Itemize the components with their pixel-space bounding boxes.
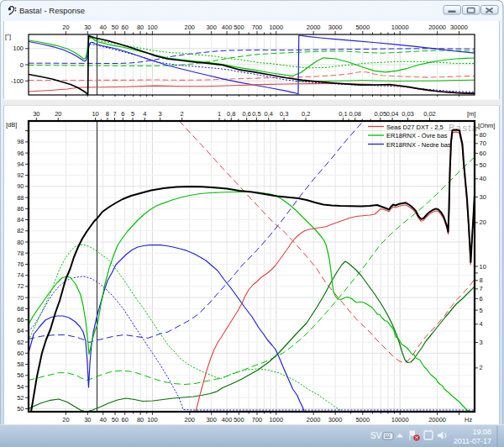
- svg-text:2000: 2000: [307, 24, 321, 31]
- svg-text:300: 300: [206, 416, 217, 423]
- svg-text:30: 30: [480, 193, 486, 201]
- svg-text:92: 92: [17, 171, 24, 179]
- svg-text:10000: 10000: [391, 24, 409, 31]
- svg-text:80: 80: [17, 239, 24, 246]
- svg-text:-100: -100: [11, 77, 24, 85]
- svg-text:[m]: [m]: [467, 110, 475, 118]
- svg-text:72: 72: [17, 282, 24, 290]
- svg-text:0,5: 0,5: [252, 110, 260, 118]
- svg-text:4: 4: [143, 110, 146, 118]
- svg-text:7: 7: [113, 110, 116, 118]
- svg-text:60: 60: [122, 416, 129, 423]
- svg-text:0,04: 0,04: [386, 110, 399, 118]
- svg-text:0,3: 0,3: [280, 110, 288, 118]
- svg-text:500: 500: [234, 416, 244, 423]
- svg-text:50: 50: [112, 24, 118, 31]
- svg-text:30000: 30000: [450, 24, 468, 31]
- svg-text:5: 5: [480, 307, 483, 314]
- svg-text:60: 60: [17, 350, 24, 357]
- svg-text:40: 40: [100, 24, 107, 31]
- svg-text:70: 70: [480, 139, 486, 147]
- svg-text:56: 56: [17, 371, 24, 379]
- svg-text:86: 86: [17, 205, 24, 213]
- svg-text:76: 76: [17, 260, 24, 268]
- svg-text:5000: 5000: [355, 24, 370, 31]
- svg-text:100: 100: [13, 45, 24, 52]
- svg-text:0,05: 0,05: [374, 110, 386, 118]
- svg-text:30: 30: [33, 110, 39, 118]
- svg-text:68: 68: [17, 305, 24, 313]
- svg-text:1000: 1000: [269, 416, 283, 423]
- svg-text:0: 0: [20, 61, 24, 69]
- svg-text:300: 300: [206, 24, 217, 31]
- svg-text:0,4: 0,4: [264, 110, 272, 118]
- svg-text:1: 1: [218, 110, 221, 118]
- svg-text:96: 96: [17, 150, 24, 157]
- svg-text:700: 700: [252, 24, 263, 31]
- svg-text:40: 40: [480, 175, 486, 182]
- svg-text:200: 200: [185, 24, 196, 31]
- svg-text:2: 2: [480, 364, 483, 371]
- svg-text:1000: 1000: [269, 24, 283, 31]
- svg-text:3000: 3000: [328, 24, 343, 31]
- svg-text:90: 90: [17, 182, 24, 190]
- svg-text:20000: 20000: [428, 24, 446, 31]
- svg-text:200: 200: [185, 416, 196, 423]
- svg-text:Basta! - Response: Basta! - Response: [19, 6, 85, 15]
- svg-text:0,6: 0,6: [242, 110, 250, 118]
- svg-text:10: 10: [92, 110, 98, 118]
- svg-text:10: 10: [480, 263, 486, 271]
- svg-text:66: 66: [17, 316, 24, 323]
- svg-text:700: 700: [252, 416, 263, 423]
- svg-text:62: 62: [17, 339, 24, 346]
- svg-text:Hz: Hz: [465, 416, 472, 423]
- svg-text:3000: 3000: [328, 416, 343, 423]
- svg-text:400: 400: [222, 24, 233, 31]
- svg-text:60: 60: [122, 24, 129, 31]
- svg-text:6: 6: [121, 110, 124, 118]
- svg-text:50: 50: [17, 405, 24, 413]
- svg-text:60: 60: [480, 150, 486, 157]
- svg-text:64: 64: [17, 327, 24, 334]
- svg-text:94: 94: [17, 160, 24, 168]
- svg-text:0,8: 0,8: [227, 110, 235, 118]
- svg-text:0,02: 0,02: [423, 110, 436, 118]
- svg-text:3: 3: [159, 110, 162, 118]
- svg-text:78: 78: [17, 250, 24, 257]
- svg-text:5000: 5000: [355, 416, 370, 423]
- svg-text:70: 70: [17, 294, 24, 302]
- svg-text:Basta!: Basta!: [449, 123, 482, 133]
- svg-text:[dB]: [dB]: [6, 121, 17, 129]
- svg-text:98: 98: [17, 138, 24, 145]
- svg-text:40: 40: [100, 416, 107, 423]
- svg-text:0,08: 0,08: [349, 110, 361, 118]
- svg-text:2000: 2000: [307, 416, 321, 423]
- svg-text:100: 100: [147, 416, 158, 423]
- svg-text:82: 82: [17, 227, 24, 234]
- svg-text:0,1: 0,1: [339, 110, 347, 118]
- svg-text:[°]: [°]: [5, 33, 11, 40]
- svg-text:20: 20: [62, 416, 69, 423]
- svg-text:ER18RNX - Övre bas: ER18RNX - Övre bas: [386, 132, 448, 139]
- svg-text:5: 5: [131, 110, 134, 118]
- svg-text:8: 8: [106, 110, 109, 118]
- svg-text:19:08: 19:08: [472, 428, 491, 436]
- svg-text:30: 30: [84, 24, 91, 31]
- svg-text:20: 20: [62, 24, 69, 31]
- svg-text:Seas D27 DXT - 2,5: Seas D27 DXT - 2,5: [386, 124, 444, 131]
- svg-text:400: 400: [222, 416, 233, 423]
- svg-text:8: 8: [480, 276, 483, 284]
- svg-text:88: 88: [17, 194, 24, 202]
- svg-text:50: 50: [112, 416, 118, 423]
- svg-text:52: 52: [17, 394, 24, 402]
- svg-text:3: 3: [480, 339, 483, 346]
- svg-text:20: 20: [480, 218, 486, 226]
- svg-text:4: 4: [480, 320, 483, 328]
- svg-text:10000: 10000: [391, 416, 409, 423]
- svg-text:2011-07-17: 2011-07-17: [454, 437, 491, 445]
- svg-text:0,2: 0,2: [302, 110, 310, 118]
- svg-text:74: 74: [17, 271, 24, 279]
- svg-text:2: 2: [181, 110, 184, 118]
- svg-text:20000: 20000: [428, 416, 446, 423]
- svg-text:80: 80: [137, 24, 144, 31]
